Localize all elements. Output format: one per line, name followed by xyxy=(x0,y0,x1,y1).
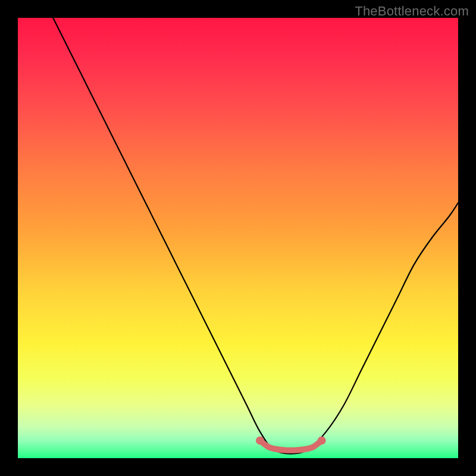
highlight-dot xyxy=(256,436,264,444)
bottleneck-curve xyxy=(53,18,458,454)
watermark-text: TheBottleneck.com xyxy=(355,4,469,19)
curve-layer xyxy=(18,18,458,458)
bottom-highlight xyxy=(260,440,322,450)
chart-frame: TheBottleneck.com xyxy=(0,0,476,476)
highlight-dot xyxy=(318,436,326,444)
plot-area xyxy=(18,18,458,458)
